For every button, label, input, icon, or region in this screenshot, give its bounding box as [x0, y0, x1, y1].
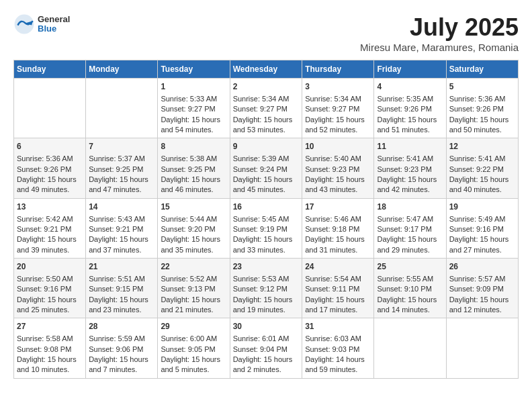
- day-info: Daylight: 15 hours: [89, 355, 148, 363]
- calendar-cell: 6Sunrise: 5:36 AMSunset: 9:26 PMDaylight…: [14, 138, 86, 198]
- day-info: Sunrise: 5:46 AM: [305, 215, 361, 223]
- day-info: Sunrise: 5:34 AM: [233, 95, 290, 103]
- calendar-week-row: 1Sunrise: 5:33 AMSunset: 9:27 PMDaylight…: [14, 79, 519, 138]
- day-number: 15: [161, 201, 226, 213]
- day-info: Daylight: 15 hours: [377, 116, 437, 124]
- day-info: Sunset: 9:27 PM: [305, 105, 359, 113]
- weekday-header-tuesday: Tuesday: [158, 60, 230, 79]
- day-info: and 29 minutes.: [377, 246, 429, 254]
- day-info: and 10 minutes.: [17, 365, 69, 373]
- day-info: Sunset: 9:21 PM: [17, 225, 71, 233]
- calendar-cell: 26Sunrise: 5:57 AMSunset: 9:09 PMDayligh…: [446, 259, 518, 318]
- calendar-cell: 10Sunrise: 5:40 AMSunset: 9:23 PMDayligh…: [302, 138, 374, 198]
- day-info: Sunset: 9:23 PM: [377, 165, 431, 173]
- weekday-header-monday: Monday: [86, 60, 158, 79]
- day-info: and 37 minutes.: [89, 246, 141, 254]
- day-number: 18: [377, 201, 443, 213]
- calendar-cell: 12Sunrise: 5:41 AMSunset: 9:22 PMDayligh…: [446, 138, 518, 198]
- day-info: and 31 minutes.: [305, 246, 357, 254]
- day-info: and 12 minutes.: [449, 306, 502, 314]
- calendar-cell: 22Sunrise: 5:52 AMSunset: 9:13 PMDayligh…: [158, 259, 230, 318]
- calendar-cell: 16Sunrise: 5:45 AMSunset: 9:19 PMDayligh…: [230, 198, 302, 258]
- day-info: and 5 minutes.: [161, 365, 209, 373]
- day-info: Sunset: 9:25 PM: [161, 165, 215, 173]
- day-info: Sunrise: 5:54 AM: [305, 275, 361, 283]
- day-info: and 2 minutes.: [233, 365, 281, 373]
- day-info: and 45 minutes.: [233, 185, 285, 193]
- page-subtitle: Miresu Mare, Maramures, Romania: [360, 42, 519, 53]
- weekday-header-thursday: Thursday: [302, 60, 374, 79]
- day-info: Sunrise: 5:38 AM: [161, 154, 217, 163]
- day-info: and 39 minutes.: [17, 246, 69, 254]
- day-info: Daylight: 15 hours: [233, 235, 293, 243]
- day-info: Sunrise: 5:39 AM: [233, 154, 290, 163]
- day-info: Daylight: 15 hours: [449, 175, 509, 183]
- calendar-table: SundayMondayTuesdayWednesdayThursdayFrid…: [13, 60, 519, 379]
- weekday-header-sunday: Sunday: [14, 60, 86, 79]
- day-info: Daylight: 15 hours: [233, 295, 293, 304]
- day-number: 16: [233, 201, 300, 213]
- day-info: and 46 minutes.: [161, 185, 213, 193]
- calendar-cell: 25Sunrise: 5:55 AMSunset: 9:10 PMDayligh…: [374, 259, 446, 318]
- day-info: Sunset: 9:21 PM: [89, 225, 143, 233]
- page-title: July 2025: [360, 13, 519, 42]
- day-number: 12: [449, 141, 515, 152]
- day-info: Daylight: 15 hours: [161, 175, 220, 183]
- day-info: Sunrise: 5:52 AM: [161, 275, 217, 283]
- calendar-cell: 14Sunrise: 5:43 AMSunset: 9:21 PMDayligh…: [86, 198, 158, 258]
- day-info: Daylight: 15 hours: [233, 175, 293, 183]
- calendar-cell: 29Sunrise: 6:00 AMSunset: 9:05 PMDayligh…: [158, 318, 230, 378]
- day-info: Sunrise: 5:42 AM: [17, 215, 73, 223]
- day-info: Daylight: 15 hours: [449, 116, 509, 124]
- day-info: Sunrise: 5:51 AM: [89, 275, 145, 283]
- calendar-header-row: SundayMondayTuesdayWednesdayThursdayFrid…: [14, 60, 519, 79]
- day-info: and 59 minutes.: [305, 365, 357, 373]
- day-number: 31: [305, 321, 371, 332]
- calendar-cell: 24Sunrise: 5:54 AMSunset: 9:11 PMDayligh…: [302, 259, 374, 318]
- day-info: and 51 minutes.: [377, 126, 429, 134]
- day-info: Sunrise: 5:43 AM: [89, 215, 145, 223]
- day-info: Sunrise: 5:36 AM: [17, 154, 73, 163]
- day-info: Sunrise: 5:58 AM: [17, 334, 73, 342]
- day-info: Daylight: 15 hours: [305, 175, 365, 183]
- day-info: Daylight: 15 hours: [305, 295, 365, 304]
- day-number: 24: [305, 261, 371, 273]
- day-info: Sunset: 9:22 PM: [449, 165, 504, 173]
- calendar-cell: 8Sunrise: 5:38 AMSunset: 9:25 PMDaylight…: [158, 138, 230, 198]
- page-header: General Blue July 2025 Miresu Mare, Mara…: [13, 13, 519, 53]
- day-number: 27: [17, 321, 83, 332]
- calendar-cell: 17Sunrise: 5:46 AMSunset: 9:18 PMDayligh…: [302, 198, 374, 258]
- day-info: Sunset: 9:05 PM: [161, 345, 215, 353]
- calendar-cell: 21Sunrise: 5:51 AMSunset: 9:15 PMDayligh…: [86, 259, 158, 318]
- day-info: Sunset: 9:10 PM: [377, 285, 431, 293]
- day-info: Sunset: 9:09 PM: [449, 285, 504, 293]
- day-info: Daylight: 15 hours: [233, 355, 293, 363]
- calendar-cell: 30Sunrise: 6:01 AMSunset: 9:04 PMDayligh…: [230, 318, 302, 378]
- day-info: and 19 minutes.: [233, 306, 285, 314]
- calendar-cell: 1Sunrise: 5:33 AMSunset: 9:27 PMDaylight…: [158, 79, 230, 138]
- day-info: Sunset: 9:24 PM: [233, 165, 287, 173]
- day-info: Sunrise: 5:59 AM: [89, 334, 145, 342]
- day-info: Sunset: 9:16 PM: [449, 225, 504, 233]
- calendar-cell: 3Sunrise: 5:34 AMSunset: 9:27 PMDaylight…: [302, 79, 374, 138]
- day-info: Sunrise: 5:40 AM: [305, 154, 361, 163]
- day-info: Daylight: 15 hours: [89, 295, 148, 304]
- weekday-header-wednesday: Wednesday: [230, 60, 302, 79]
- day-number: 10: [305, 141, 371, 152]
- calendar-week-row: 27Sunrise: 5:58 AMSunset: 9:08 PMDayligh…: [14, 318, 519, 378]
- day-number: 28: [89, 321, 154, 332]
- day-info: Sunset: 9:26 PM: [449, 105, 504, 113]
- logo-text: General Blue: [38, 15, 70, 34]
- calendar-cell: 18Sunrise: 5:47 AMSunset: 9:17 PMDayligh…: [374, 198, 446, 258]
- day-info: Daylight: 15 hours: [305, 235, 365, 243]
- day-info: Sunrise: 5:41 AM: [449, 154, 506, 163]
- day-info: Sunset: 9:15 PM: [89, 285, 143, 293]
- day-number: 30: [233, 321, 300, 332]
- calendar-cell: 7Sunrise: 5:37 AMSunset: 9:25 PMDaylight…: [86, 138, 158, 198]
- day-info: Sunrise: 6:00 AM: [161, 334, 217, 342]
- day-info: Sunrise: 5:45 AM: [233, 215, 290, 223]
- day-info: Daylight: 15 hours: [17, 175, 77, 183]
- day-info: Daylight: 15 hours: [161, 295, 220, 304]
- day-info: and 25 minutes.: [17, 306, 69, 314]
- day-info: and 54 minutes.: [161, 126, 213, 134]
